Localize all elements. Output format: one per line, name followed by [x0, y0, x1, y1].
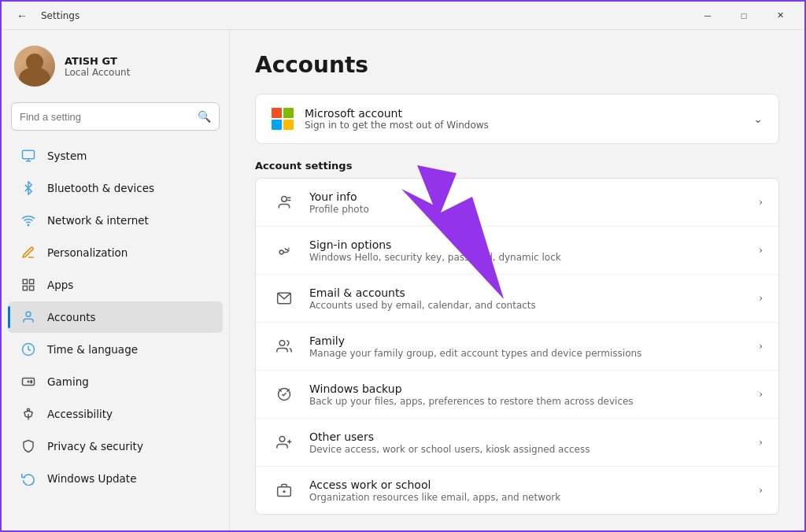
system-icon	[20, 148, 36, 164]
settings-item-title-windows-backup: Windows backup	[309, 382, 759, 395]
sidebar-item-bluetooth[interactable]: Bluetooth & devices	[8, 172, 223, 204]
accounts-icon	[20, 309, 36, 325]
settings-item-sub-signin-options: Windows Hello, security key, password, d…	[309, 252, 759, 263]
settings-item-text-email-accounts: Email & accountsAccounts used by email, …	[309, 286, 759, 311]
svg-rect-0	[23, 150, 35, 159]
close-button[interactable]: ✕	[762, 2, 798, 30]
settings-item-your-info[interactable]: Your infoProfile photo›	[256, 179, 778, 227]
ms-account-card[interactable]: Microsoft account Sign in to get the mos…	[255, 94, 779, 144]
sidebar-item-label-personalization: Personalization	[47, 246, 128, 259]
svg-point-14	[31, 382, 32, 383]
sidebar-item-personalization[interactable]: Personalization	[8, 237, 223, 268]
content-area: Accounts Microsoft account Sign in to ge…	[230, 30, 804, 532]
network-icon	[20, 212, 36, 228]
svg-rect-4	[23, 279, 27, 283]
gaming-icon	[20, 374, 36, 390]
titlebar-title: Settings	[41, 10, 79, 21]
sidebar-item-label-update: Windows Update	[47, 472, 136, 485]
nav-container: SystemBluetooth & devicesNetwork & inter…	[2, 140, 229, 494]
main-layout: ATISH GT Local Account 🔍 SystemBluetooth…	[2, 30, 804, 532]
ms-logo-red	[272, 108, 282, 118]
titlebar-left: ← Settings	[11, 5, 79, 27]
sidebar-item-label-bluetooth: Bluetooth & devices	[47, 182, 154, 194]
settings-item-arrow-family: ›	[759, 341, 763, 352]
settings-item-sub-access-work: Organization resources like email, apps,…	[309, 492, 759, 503]
sidebar-item-label-network: Network & internet	[47, 214, 149, 227]
settings-item-text-signin-options: Sign-in optionsWindows Hello, security k…	[309, 238, 759, 263]
family-icon	[272, 334, 297, 359]
back-button[interactable]: ←	[11, 5, 33, 27]
sidebar-item-label-time: Time & language	[47, 343, 138, 356]
sidebar-item-system[interactable]: System	[8, 140, 223, 172]
settings-item-title-signin-options: Sign-in options	[309, 238, 759, 251]
settings-item-text-windows-backup: Windows backupBack up your files, apps, …	[309, 382, 759, 407]
settings-item-arrow-other-users: ›	[759, 437, 763, 448]
user-info: ATISH GT Local Account	[65, 55, 130, 78]
sidebar-item-accounts[interactable]: Accounts	[8, 301, 223, 333]
svg-point-25	[279, 437, 285, 442]
personalization-icon	[20, 245, 36, 260]
svg-point-8	[26, 312, 31, 316]
apps-icon	[20, 277, 36, 293]
settings-item-other-users[interactable]: Other usersDevice access, work or school…	[256, 419, 778, 467]
settings-item-arrow-signin-options: ›	[759, 245, 763, 256]
svg-point-16	[282, 197, 287, 202]
settings-item-sub-your-info: Profile photo	[309, 204, 759, 215]
sidebar-item-gaming[interactable]: Gaming	[8, 366, 223, 397]
settings-item-title-other-users: Other users	[309, 430, 759, 443]
user-name: ATISH GT	[65, 55, 130, 67]
sidebar-item-label-gaming: Gaming	[47, 375, 89, 388]
search-input[interactable]	[20, 111, 198, 123]
ms-account-sub: Sign in to get the most out of Windows	[305, 120, 489, 131]
sidebar-item-label-privacy: Privacy & security	[47, 440, 143, 453]
titlebar-controls: ─ □ ✕	[690, 2, 798, 30]
settings-item-title-family: Family	[309, 334, 759, 347]
page-title: Accounts	[255, 52, 779, 78]
ms-logo-yellow	[283, 120, 294, 130]
svg-rect-5	[30, 279, 34, 283]
settings-item-text-family: FamilyManage your family group, edit acc…	[309, 334, 759, 359]
person-icon	[272, 190, 297, 215]
users-icon	[272, 430, 297, 455]
settings-item-sub-windows-backup: Back up your files, apps, preferences to…	[309, 396, 759, 407]
settings-item-arrow-windows-backup: ›	[759, 389, 763, 400]
backup-icon	[272, 382, 297, 407]
svg-point-3	[28, 224, 29, 226]
settings-item-arrow-email-accounts: ›	[759, 293, 763, 304]
sidebar-item-accessibility[interactable]: Accessibility	[8, 398, 223, 430]
user-section: ATISH GT Local Account	[2, 36, 229, 99]
settings-card: Your infoProfile photo›Sign-in optionsWi…	[255, 178, 779, 515]
settings-item-signin-options[interactable]: Sign-in optionsWindows Hello, security k…	[256, 227, 778, 275]
briefcase-icon	[272, 478, 297, 503]
settings-item-family[interactable]: FamilyManage your family group, edit acc…	[256, 323, 778, 371]
sidebar-item-label-apps: Apps	[47, 279, 73, 291]
search-box[interactable]: 🔍	[11, 102, 220, 131]
settings-item-text-your-info: Your infoProfile photo	[309, 190, 759, 215]
settings-item-sub-other-users: Device access, work or school users, kio…	[309, 444, 759, 455]
sidebar-item-label-accounts: Accounts	[47, 311, 96, 323]
ms-account-left: Microsoft account Sign in to get the mos…	[272, 107, 489, 131]
svg-rect-7	[30, 286, 34, 290]
settings-item-email-accounts[interactable]: Email & accountsAccounts used by email, …	[256, 275, 778, 323]
email-icon	[272, 286, 297, 311]
settings-item-title-email-accounts: Email & accounts	[309, 286, 759, 299]
svg-point-23	[279, 341, 285, 346]
sidebar-item-network[interactable]: Network & internet	[8, 205, 223, 236]
maximize-button[interactable]: □	[726, 2, 762, 30]
sidebar-item-apps[interactable]: Apps	[8, 269, 223, 301]
sidebar-item-update[interactable]: Windows Update	[8, 463, 223, 494]
settings-item-windows-backup[interactable]: Windows backupBack up your files, apps, …	[256, 371, 778, 419]
sidebar-item-time[interactable]: Time & language	[8, 334, 223, 365]
ms-account-text: Microsoft account Sign in to get the mos…	[305, 107, 489, 131]
sidebar-item-label-accessibility: Accessibility	[47, 408, 113, 420]
sidebar-item-privacy[interactable]: Privacy & security	[8, 430, 223, 462]
settings-item-text-other-users: Other usersDevice access, work or school…	[309, 430, 759, 455]
settings-item-access-work[interactable]: Access work or schoolOrganization resour…	[256, 467, 778, 514]
privacy-icon	[20, 438, 36, 454]
account-settings-label: Account settings	[255, 160, 779, 172]
bluetooth-icon	[20, 180, 36, 196]
minimize-button[interactable]: ─	[690, 2, 726, 30]
ms-logo-green	[283, 108, 294, 118]
ms-logo-blue	[272, 120, 282, 130]
titlebar: ← Settings ─ □ ✕	[2, 2, 804, 30]
